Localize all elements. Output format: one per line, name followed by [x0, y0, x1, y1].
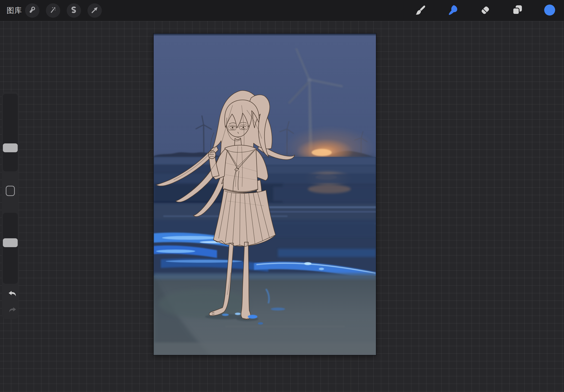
color-button[interactable] [542, 3, 557, 18]
magic-wand-icon [49, 6, 57, 15]
top-toolbar: 图库 [0, 0, 564, 21]
brush-size-slider[interactable] [3, 94, 18, 171]
paint-tool-button[interactable] [413, 3, 428, 18]
procreate-workspace: 图库 [0, 0, 564, 392]
transform-button[interactable] [87, 3, 102, 18]
undo-icon [8, 290, 17, 298]
transform-arrow-icon [91, 6, 99, 15]
layers-button[interactable] [510, 3, 525, 18]
opacity-slider[interactable] [3, 213, 18, 284]
wrench-icon [28, 6, 36, 15]
eraser-icon [479, 4, 491, 17]
selection-button[interactable] [67, 3, 81, 18]
smudge-icon [447, 4, 459, 17]
selection-s-icon [70, 6, 78, 15]
undo-button[interactable] [8, 290, 17, 298]
layers-icon [511, 4, 523, 17]
actions-button[interactable] [25, 3, 40, 18]
color-circle-icon [544, 4, 556, 17]
modify-button[interactable] [6, 186, 15, 196]
brush-icon [415, 4, 426, 17]
redo-icon [8, 307, 16, 315]
artwork-painting [154, 34, 376, 355]
artwork-canvas[interactable] [154, 34, 376, 355]
opacity-handle[interactable] [3, 238, 18, 247]
redo-button[interactable] [8, 307, 17, 315]
gallery-button[interactable]: 图库 [7, 0, 22, 21]
adjustments-button[interactable] [46, 3, 60, 18]
erase-tool-button[interactable] [478, 3, 493, 18]
brush-size-handle[interactable] [3, 143, 18, 152]
smudge-tool-button[interactable] [445, 3, 461, 18]
brush-sidebar [2, 92, 19, 319]
